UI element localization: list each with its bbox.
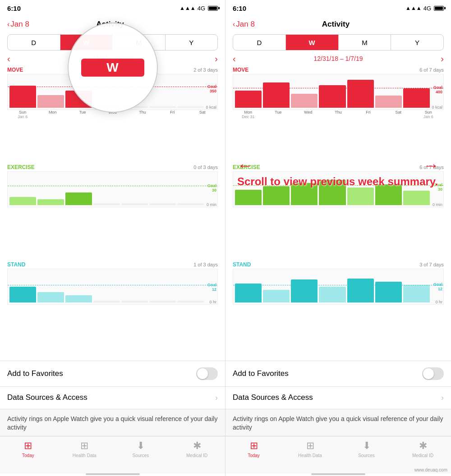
exercise-chart-left: Goal30 0 min bbox=[7, 171, 218, 207]
sources-icon-left: ⬇ bbox=[137, 440, 145, 452]
exercise-header-right: EXERCISE 6 of 7 days bbox=[233, 164, 444, 170]
tab-today-left[interactable]: ⊞ Today bbox=[0, 440, 56, 458]
zoom-circle-left: W bbox=[68, 23, 158, 113]
nav-bar-right: ‹ Jan 8 Activity bbox=[226, 14, 451, 34]
tab-D-left[interactable]: D bbox=[8, 35, 60, 50]
tab-bar-left: ⊞ Today ⊞ Health Data ⬇ Sources ✱ Medica… bbox=[0, 436, 225, 474]
favorites-toggle-left[interactable] bbox=[196, 367, 218, 380]
time-right: 6:10 bbox=[233, 5, 246, 12]
date-range-right: 12/31/18 – 1/7/19 bbox=[314, 55, 363, 62]
date-labels-move-right: Dec 31 Jan 6 bbox=[233, 114, 444, 119]
network-left: 4G bbox=[198, 5, 205, 12]
stand-section-right: STAND 3 of 7 days Goal12 bbox=[233, 261, 444, 357]
stand-zero-right: 0 hr bbox=[435, 300, 442, 304]
today-icon-right: ⊞ bbox=[250, 440, 258, 452]
stand-chart-left: Goal12 0 hr bbox=[7, 269, 218, 305]
sources-label-right: Sources bbox=[358, 453, 375, 458]
stand-section-left: STAND 1 of 3 days Goal12 bbox=[7, 261, 218, 357]
day-labels-move-right: Mon Tue Wed Thu Fri Sat Sun bbox=[233, 110, 444, 114]
back-chevron-left: ‹ bbox=[7, 20, 9, 28]
bottom-section-left: Add to Favorites Data Sources & Access ›… bbox=[0, 357, 225, 436]
exercise-days-right: 6 of 7 days bbox=[419, 165, 444, 170]
add-favorites-label-left: Add to Favorites bbox=[7, 369, 63, 378]
add-favorites-row-left[interactable]: Add to Favorites bbox=[0, 361, 225, 387]
back-chevron-right: ‹ bbox=[233, 20, 235, 28]
stand-label-right: STAND bbox=[233, 261, 251, 268]
exercise-chart-right: Goal30 0 min bbox=[233, 171, 444, 207]
date-nav-right: ‹ 12/31/18 – 1/7/19 › bbox=[226, 50, 451, 67]
info-text-left: Activity rings on Apple Watch give you a… bbox=[7, 415, 218, 432]
add-favorites-row-right[interactable]: Add to Favorites bbox=[226, 361, 451, 387]
nav-title-right: Activity bbox=[255, 20, 417, 29]
exercise-section-right: EXERCISE 6 of 7 days Goal30 bbox=[233, 164, 444, 260]
stand-chart-right: Goal12 0 hr bbox=[233, 269, 444, 305]
toggle-knob-right bbox=[423, 368, 434, 379]
stand-label-left: STAND bbox=[7, 261, 25, 268]
battery-icon-right bbox=[434, 6, 444, 11]
back-label-left: Jan 8 bbox=[10, 20, 29, 29]
data-sources-row-left[interactable]: Data Sources & Access › bbox=[0, 387, 225, 409]
exercise-header-left: EXERCISE 0 of 3 days bbox=[7, 164, 218, 170]
data-sources-label-left: Data Sources & Access bbox=[7, 393, 87, 402]
medical-label-right: Medical ID bbox=[412, 453, 433, 458]
sources-label-left: Sources bbox=[133, 453, 149, 458]
tab-sources-right[interactable]: ⬇ Sources bbox=[338, 440, 395, 458]
toggle-knob-left bbox=[197, 368, 208, 379]
back-label-right: Jan 8 bbox=[236, 20, 255, 29]
move-header-right: MOVE 6 of 7 days bbox=[233, 67, 444, 73]
health-icon-right: ⊞ bbox=[306, 440, 314, 452]
tab-today-right[interactable]: ⊞ Today bbox=[226, 440, 282, 458]
status-icons-right: ▲▲▲ 4G bbox=[405, 5, 444, 12]
tab-sources-left[interactable]: ⬇ Sources bbox=[113, 440, 169, 458]
info-section-right: Activity rings on Apple Watch give you a… bbox=[226, 409, 451, 436]
back-button-right[interactable]: ‹ Jan 8 bbox=[233, 20, 255, 29]
data-sources-chevron-left: › bbox=[215, 393, 218, 403]
info-section-left: Activity rings on Apple Watch give you a… bbox=[0, 409, 225, 436]
favorites-toggle-right[interactable] bbox=[422, 367, 444, 380]
home-bar-left bbox=[86, 473, 140, 475]
medical-label-left: Medical ID bbox=[186, 453, 207, 458]
tab-D-right[interactable]: D bbox=[233, 35, 286, 50]
data-sources-row-right[interactable]: Data Sources & Access › bbox=[226, 387, 451, 409]
stand-header-right: STAND 3 of 7 days bbox=[233, 261, 444, 268]
signal-icon-left: ▲▲▲ bbox=[179, 5, 196, 11]
tab-Y-right[interactable]: Y bbox=[391, 35, 443, 50]
move-zero-left: 0 kcal bbox=[206, 105, 216, 110]
date-labels-move-left: Jan 6 bbox=[7, 114, 218, 119]
move-zero-right: 0 kcal bbox=[432, 105, 442, 110]
back-button-left[interactable]: ‹ Jan 8 bbox=[7, 20, 29, 29]
move-label-left: MOVE bbox=[7, 67, 23, 73]
tab-Y-left[interactable]: Y bbox=[166, 35, 218, 50]
add-favorites-label-right: Add to Favorites bbox=[233, 369, 289, 378]
prev-arrow-right[interactable]: ‹ bbox=[233, 54, 236, 64]
tab-health-right[interactable]: ⊞ Health Data bbox=[282, 440, 338, 458]
chart-area-right: MOVE 6 of 7 days Goal400 bbox=[226, 67, 451, 357]
today-label-right: Today bbox=[248, 453, 260, 458]
medical-icon-right: ✱ bbox=[419, 440, 427, 452]
right-phone-panel: 6:10 ▲▲▲ 4G ‹ Jan 8 Activity D W M Y ‹ 1… bbox=[226, 0, 451, 476]
data-sources-chevron-right: › bbox=[441, 393, 444, 403]
stand-days-right: 3 of 7 days bbox=[419, 262, 444, 267]
info-text-right: Activity rings on Apple Watch give you a… bbox=[233, 415, 444, 432]
network-right: 4G bbox=[423, 5, 431, 12]
bottom-section-right: Add to Favorites Data Sources & Access ›… bbox=[226, 357, 451, 436]
prev-arrow-left[interactable]: ‹ bbox=[7, 54, 10, 64]
time-left: 6:10 bbox=[7, 5, 21, 12]
exercise-days-left: 0 of 3 days bbox=[193, 165, 218, 170]
tab-medical-right[interactable]: ✱ Medical ID bbox=[395, 440, 451, 458]
stand-zero-left: 0 hr bbox=[209, 300, 216, 304]
tab-W-right[interactable]: W bbox=[286, 35, 339, 50]
exercise-zero-left: 0 min bbox=[207, 202, 216, 207]
watermark: www.deuaq.com bbox=[414, 467, 447, 472]
tab-M-right[interactable]: M bbox=[339, 35, 391, 50]
next-arrow-left[interactable]: › bbox=[215, 54, 218, 64]
stand-header-left: STAND 1 of 3 days bbox=[7, 261, 218, 268]
tab-medical-left[interactable]: ✱ Medical ID bbox=[169, 440, 225, 458]
tab-health-left[interactable]: ⊞ Health Data bbox=[56, 440, 113, 458]
left-phone-panel: 6:10 ▲▲▲ 4G ‹ Jan 8 Activity D W M Y ‹ 1… bbox=[0, 0, 226, 476]
health-label-right: Health Data bbox=[298, 453, 322, 458]
data-sources-label-right: Data Sources & Access bbox=[233, 393, 313, 402]
exercise-label-right: EXERCISE bbox=[233, 164, 260, 170]
exercise-zero-right: 0 min bbox=[433, 202, 442, 207]
next-arrow-right[interactable]: › bbox=[441, 54, 444, 64]
